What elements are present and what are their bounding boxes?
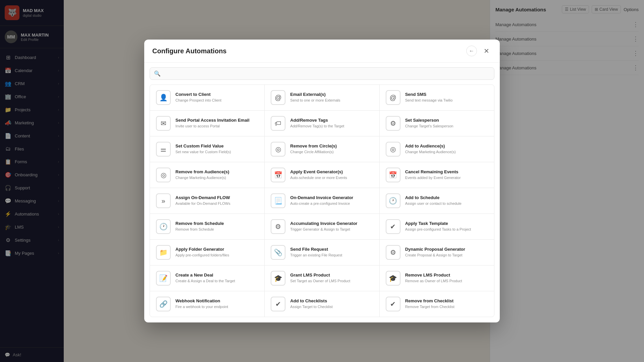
search-icon: 🔍 xyxy=(154,70,161,77)
send-sms-icon: @ xyxy=(386,90,400,105)
convert-to-client-icon: 👤 xyxy=(156,90,171,105)
apply-folder-generator-title: Apply Folder Generator xyxy=(175,247,258,252)
configure-automations-modal: Configure Automations ← ✕ 🔍 👤Convert to … xyxy=(144,40,500,322)
automation-card-create-new-deal[interactable]: 📝Create a New DealCreate & Assign a Deal… xyxy=(150,265,264,291)
automation-card-remove-from-audiences[interactable]: ◎Remove from Audience(s)Change Marketing… xyxy=(150,162,264,188)
automation-card-add-to-audiences[interactable]: ◎Add to Audience(s)Change Marketing Audi… xyxy=(380,136,494,162)
automation-card-send-file-request[interactable]: 📎Send File RequestTrigger an existing Fi… xyxy=(265,240,379,265)
automation-card-apply-task-template[interactable]: ✔Apply Task TemplateAssign pre-configure… xyxy=(380,214,494,239)
add-remove-tags-desc: Add/Remove Tag(s) to the Target xyxy=(290,124,373,129)
assign-on-demand-flow-icon: » xyxy=(156,193,171,208)
send-portal-invite-desc: Invite user to access Portal xyxy=(175,124,258,129)
webhook-notification-title: Webhook Notification xyxy=(175,298,258,303)
remove-from-schedule-desc: Remove from Schedule xyxy=(175,227,258,232)
automation-grid: 👤Convert to ClientChange Prospect into C… xyxy=(150,84,494,317)
apply-event-generator-title: Apply Event Generator(s) xyxy=(290,169,373,174)
convert-to-client-title: Convert to Client xyxy=(175,92,258,97)
add-remove-tags-icon: 🏷 xyxy=(271,116,285,131)
grant-lms-product-desc: Set Target as Owner of LMS Product xyxy=(290,279,373,284)
set-salesperson-desc: Change Target's Salesperson xyxy=(405,124,488,129)
on-demand-invoice-generator-icon: 📃 xyxy=(271,193,285,208)
remove-from-circle-icon: ◎ xyxy=(271,142,285,157)
apply-event-generator-icon: 📅 xyxy=(271,168,285,182)
cancel-remaining-events-icon: 📅 xyxy=(386,168,400,182)
add-to-checklists-title: Add to Checklists xyxy=(290,298,373,303)
automation-card-assign-on-demand-flow[interactable]: »Assign On-Demand FLOWAvailable for On-D… xyxy=(150,188,264,214)
cancel-remaining-events-desc: Events added by Event Generator xyxy=(405,175,488,180)
send-file-request-desc: Trigger an existing File Request xyxy=(290,253,373,258)
dynamic-proposal-generator-desc: Create Proposal & Assign to Target xyxy=(405,253,488,258)
search-input[interactable] xyxy=(163,71,490,76)
email-externals-title: Email External(s) xyxy=(290,92,373,97)
email-externals-desc: Send to one or more Externals xyxy=(290,98,373,103)
webhook-notification-icon: 🔗 xyxy=(156,297,171,311)
add-remove-tags-title: Add/Remove Tags xyxy=(290,118,373,123)
apply-task-template-desc: Assign pre-configured Tasks to a Project xyxy=(405,227,488,232)
automation-card-apply-event-generator[interactable]: 📅Apply Event Generator(s)Auto-schedule o… xyxy=(265,162,379,188)
automation-card-grant-lms-product[interactable]: 🎓Grant LMS ProductSet Target as Owner of… xyxy=(265,265,379,291)
automation-card-set-custom-field[interactable]: ⚌Set Custom Field ValueSet new value for… xyxy=(150,136,264,162)
accumulating-invoice-generator-icon: ⚙ xyxy=(271,219,285,234)
send-sms-desc: Send text message via Twilio xyxy=(405,98,488,103)
modal-title: Configure Automations xyxy=(152,47,226,55)
automation-card-convert-to-client[interactable]: 👤Convert to ClientChange Prospect into C… xyxy=(150,85,264,110)
set-salesperson-icon: ⚙ xyxy=(386,116,400,131)
remove-from-schedule-icon: 🕐 xyxy=(156,219,171,234)
automation-card-add-to-schedule[interactable]: 🕐Add to ScheduleAssign user or contact t… xyxy=(380,188,494,214)
convert-to-client-desc: Change Prospect into Client xyxy=(175,98,258,103)
apply-task-template-icon: ✔ xyxy=(386,219,400,234)
automation-card-add-remove-tags[interactable]: 🏷Add/Remove TagsAdd/Remove Tag(s) to the… xyxy=(265,111,379,136)
remove-from-audiences-icon: ◎ xyxy=(156,168,171,182)
assign-on-demand-flow-desc: Available for On-Demand FLOWs xyxy=(175,201,258,206)
automation-card-remove-from-circle[interactable]: ◎Remove from Circle(s)Change Circle Affi… xyxy=(265,136,379,162)
email-externals-icon: @ xyxy=(271,90,285,105)
accumulating-invoice-generator-title: Accumulating Invoice Generator xyxy=(290,221,373,226)
automation-card-send-sms[interactable]: @Send SMSSend text message via Twilio xyxy=(380,85,494,110)
send-file-request-icon: 📎 xyxy=(271,245,285,260)
add-to-schedule-icon: 🕐 xyxy=(386,193,400,208)
remove-from-checklist-desc: Remove Target from Checklist xyxy=(405,304,488,309)
remove-from-schedule-title: Remove from Schedule xyxy=(175,221,258,226)
apply-event-generator-desc: Auto-schedule one or more Events xyxy=(290,175,373,180)
modal-overlay[interactable]: Configure Automations ← ✕ 🔍 👤Convert to … xyxy=(0,0,644,362)
automation-card-dynamic-proposal-generator[interactable]: ⚙Dynamic Proposal GeneratorCreate Propos… xyxy=(380,240,494,265)
assign-on-demand-flow-title: Assign On-Demand FLOW xyxy=(175,195,258,200)
create-new-deal-title: Create a New Deal xyxy=(175,273,258,278)
remove-lms-product-desc: Remove as Owner of LMS Product xyxy=(405,279,488,284)
on-demand-invoice-generator-title: On-Demand Invoice Generator xyxy=(290,195,373,200)
automation-card-on-demand-invoice-generator[interactable]: 📃On-Demand Invoice GeneratorAuto-create … xyxy=(265,188,379,214)
add-to-checklists-icon: ✔ xyxy=(271,297,285,311)
apply-task-template-title: Apply Task Template xyxy=(405,221,488,226)
automation-card-send-portal-invite[interactable]: ✉Send Portal Access Invitation EmailInvi… xyxy=(150,111,264,136)
automation-card-cancel-remaining-events[interactable]: 📅Cancel Remaining EventsEvents added by … xyxy=(380,162,494,188)
automation-card-email-externals[interactable]: @Email External(s)Send to one or more Ex… xyxy=(265,85,379,110)
set-custom-field-desc: Set new value for Custom Field(s) xyxy=(175,149,258,155)
automation-card-remove-from-checklist[interactable]: ✔Remove from ChecklistRemove Target from… xyxy=(380,291,494,317)
modal-close-button[interactable]: ✕ xyxy=(481,46,492,56)
apply-folder-generator-desc: Apply pre-configured folders/files xyxy=(175,253,258,258)
remove-from-checklist-icon: ✔ xyxy=(386,297,400,311)
modal-back-button[interactable]: ← xyxy=(466,46,477,56)
dynamic-proposal-generator-title: Dynamic Proposal Generator xyxy=(405,247,488,252)
send-sms-title: Send SMS xyxy=(405,92,488,97)
webhook-notification-desc: Fire a webhook to your endpoint xyxy=(175,304,258,309)
send-portal-invite-icon: ✉ xyxy=(156,116,171,131)
automation-card-add-to-checklists[interactable]: ✔Add to ChecklistsAssign Target to Check… xyxy=(265,291,379,317)
automation-card-accumulating-invoice-generator[interactable]: ⚙Accumulating Invoice GeneratorTrigger G… xyxy=(265,214,379,239)
apply-folder-generator-icon: 📁 xyxy=(156,245,171,260)
back-icon: ← xyxy=(469,48,474,54)
automation-card-remove-from-schedule[interactable]: 🕐Remove from ScheduleRemove from Schedul… xyxy=(150,214,264,239)
on-demand-invoice-generator-desc: Auto-create a pre-configured Invoice xyxy=(290,201,373,206)
set-custom-field-title: Set Custom Field Value xyxy=(175,143,258,148)
automation-card-remove-lms-product[interactable]: 🎓Remove LMS ProductRemove as Owner of LM… xyxy=(380,265,494,291)
add-to-checklists-desc: Assign Target to Checklist xyxy=(290,304,373,309)
remove-from-audiences-title: Remove from Audience(s) xyxy=(175,169,258,174)
add-to-audiences-icon: ◎ xyxy=(386,142,400,157)
automation-card-set-salesperson[interactable]: ⚙Set SalespersonChange Target's Salesper… xyxy=(380,111,494,136)
automation-card-apply-folder-generator[interactable]: 📁Apply Folder GeneratorApply pre-configu… xyxy=(150,240,264,265)
accumulating-invoice-generator-desc: Trigger Generator & Assign to Target xyxy=(290,227,373,232)
automation-card-webhook-notification[interactable]: 🔗Webhook NotificationFire a webhook to y… xyxy=(150,291,264,317)
cancel-remaining-events-title: Cancel Remaining Events xyxy=(405,169,488,174)
search-bar: 🔍 xyxy=(150,67,494,80)
remove-from-checklist-title: Remove from Checklist xyxy=(405,298,488,303)
